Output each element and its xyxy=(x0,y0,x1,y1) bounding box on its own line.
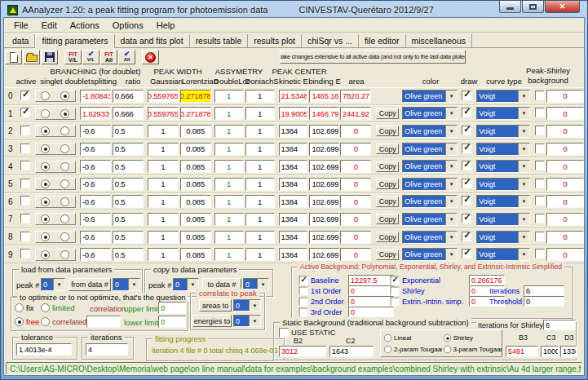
area-field[interactable]: 0 xyxy=(340,195,371,208)
title-bar[interactable]: AAnalyzer 1.20: a peak fitting program f… xyxy=(3,1,585,17)
chevron-down-icon[interactable]: ▼ xyxy=(445,161,457,172)
menu-options[interactable]: Options xyxy=(106,20,150,31)
area-field[interactable]: 2441.92 xyxy=(340,107,371,120)
doublelor-field[interactable]: 1 xyxy=(214,160,244,173)
doublet-radio[interactable] xyxy=(60,91,69,100)
chevron-down-icon[interactable]: ▼ xyxy=(518,144,529,155)
chevron-down-icon[interactable]: ▼ xyxy=(128,279,139,290)
c3-field[interactable]: 1000 xyxy=(541,346,559,357)
active-checkbox[interactable] xyxy=(20,249,30,258)
1st-order-checkbox[interactable] xyxy=(299,286,308,295)
tab-fitting-parameters[interactable]: fitting parameters xyxy=(35,33,114,48)
exponential-checkbox[interactable] xyxy=(391,276,400,285)
energies-to-combo[interactable]: 0▼ xyxy=(233,315,261,327)
color-combo[interactable]: Olive green▼ xyxy=(402,195,458,208)
doniachs-field[interactable]: 1 xyxy=(245,143,275,156)
color-combo[interactable]: Olive green▼ xyxy=(402,213,458,226)
area-field[interactable]: 0 xyxy=(340,125,371,138)
close-button[interactable]: ✕ xyxy=(545,1,580,13)
save-button[interactable] xyxy=(41,50,58,64)
curve-type-combo[interactable]: Voigt▼ xyxy=(476,231,530,244)
radio-icon[interactable] xyxy=(443,345,450,352)
ratio-field[interactable]: 0.5 xyxy=(113,231,144,244)
tab-results-plot[interactable]: results plot xyxy=(248,34,302,47)
active-checkbox[interactable] xyxy=(20,196,30,205)
singlet-radio[interactable] xyxy=(41,179,50,188)
curve-type-combo[interactable]: Voigt▼ xyxy=(476,160,530,173)
background-term-field[interactable]: 0 xyxy=(348,307,394,317)
fit-accept-vl-button[interactable]: ✔V/L xyxy=(82,50,99,64)
lower-limit-field[interactable]: 0 xyxy=(158,316,186,328)
area-field[interactable]: 0 xyxy=(340,231,371,244)
kinetic-energy-field[interactable]: 1384 xyxy=(279,248,308,261)
copy-button[interactable]: Copy xyxy=(376,126,399,136)
doublet-radio[interactable] xyxy=(60,126,69,135)
iterations-field[interactable]: 4 xyxy=(86,343,128,356)
chevron-down-icon[interactable]: ▼ xyxy=(249,316,260,326)
menu-actions[interactable]: Actions xyxy=(64,20,106,31)
kinetic-energy-field[interactable]: 21.53485 xyxy=(279,90,308,103)
b2-field[interactable]: 3012 xyxy=(279,346,326,357)
splitting-field[interactable]: -0.6 xyxy=(80,195,111,208)
chevron-down-icon[interactable]: ▼ xyxy=(445,91,457,102)
doniachs-field[interactable]: 1 xyxy=(245,213,275,226)
doniachs-field[interactable]: 1 xyxy=(245,195,275,208)
gaussian-width-field[interactable]: 1 xyxy=(148,125,179,138)
splitting-field[interactable]: -1.80843 xyxy=(80,90,111,103)
doniachs-field[interactable]: 1 xyxy=(245,90,275,103)
menu-edit[interactable]: Edit xyxy=(35,20,64,31)
chevron-down-icon[interactable]: ▼ xyxy=(445,214,457,225)
chevron-down-icon[interactable]: ▼ xyxy=(445,179,457,190)
chevron-down-icon[interactable]: ▼ xyxy=(518,161,529,172)
chevron-down-icon[interactable]: ▼ xyxy=(518,126,529,137)
binding-energy-field[interactable]: 102.6995 xyxy=(309,231,339,244)
lorentzian-width-field[interactable]: 0.271878 xyxy=(180,90,211,103)
method-lineal-radio[interactable]: Lineal xyxy=(383,332,442,343)
doniachs-field[interactable]: 1 xyxy=(245,178,275,191)
ratio-field[interactable]: 0.5 xyxy=(113,143,144,156)
doublet-radio[interactable] xyxy=(60,109,69,118)
peak-shirley-checkbox[interactable] xyxy=(535,249,545,258)
iterations-shirley-field[interactable]: 6 xyxy=(543,320,576,330)
fit-vl-button[interactable]: FITV/L xyxy=(64,50,82,64)
peak-shirley-checkbox[interactable] xyxy=(535,214,545,223)
chevron-down-icon[interactable]: ▼ xyxy=(518,179,529,190)
peak-shirley-background-field[interactable]: 0 xyxy=(546,143,584,156)
limited-radio[interactable]: limited xyxy=(41,303,74,312)
active-checkbox[interactable] xyxy=(20,126,30,135)
method-3-param-tougaard-radio[interactable]: 3-param Tougaard xyxy=(443,343,502,355)
lorentzian-width-field[interactable]: 0.271878 xyxy=(180,107,211,120)
draw-checkbox[interactable] xyxy=(462,179,471,188)
copy-button[interactable]: Copy xyxy=(376,108,399,119)
chevron-down-icon[interactable]: ▼ xyxy=(445,144,457,155)
area-field[interactable]: 0 xyxy=(340,160,371,173)
doublelor-field[interactable]: 1 xyxy=(214,231,244,244)
tab-miscellaneous[interactable]: miscellaneous xyxy=(406,34,473,47)
active-checkbox[interactable] xyxy=(20,144,30,153)
shirley-checkbox[interactable] xyxy=(391,286,400,295)
binding-energy-field[interactable]: 1466.795 xyxy=(309,107,339,120)
copy-button[interactable]: Copy xyxy=(376,179,399,189)
peak-shirley-background-field[interactable]: 0 xyxy=(546,107,584,120)
background-term-field[interactable]: 12297.5 xyxy=(348,275,394,285)
doublet-radio[interactable] xyxy=(60,179,69,188)
c2-field[interactable]: 1643 xyxy=(329,346,374,357)
kinetic-energy-field[interactable]: 1384 xyxy=(279,231,308,244)
lorentzian-width-field[interactable]: 0.085 xyxy=(180,160,211,173)
curve-type-combo[interactable]: Voigt▼ xyxy=(476,213,530,226)
curve-type-combo[interactable]: Voigt▼ xyxy=(476,90,530,103)
area-field[interactable]: 0 xyxy=(340,248,371,261)
copy-button[interactable]: Copy xyxy=(376,144,399,154)
ratio-field[interactable]: 0.666 xyxy=(113,90,144,103)
color-combo[interactable]: Olive green▼ xyxy=(402,143,458,156)
singlet-radio[interactable] xyxy=(41,144,50,153)
color-combo[interactable]: Olive green▼ xyxy=(402,125,458,138)
copy-button[interactable]: Copy xyxy=(376,232,399,242)
curve-type-combo[interactable]: Voigt▼ xyxy=(476,125,530,138)
peak-shirley-background-field[interactable]: 0 xyxy=(546,231,584,244)
kinetic-energy-field[interactable]: 1384 xyxy=(279,143,308,156)
singlet-radio[interactable] xyxy=(41,197,50,206)
baseline-checkbox[interactable] xyxy=(299,276,308,285)
tab-data[interactable]: data xyxy=(7,34,35,47)
doniachs-field[interactable]: 1 xyxy=(245,248,275,261)
